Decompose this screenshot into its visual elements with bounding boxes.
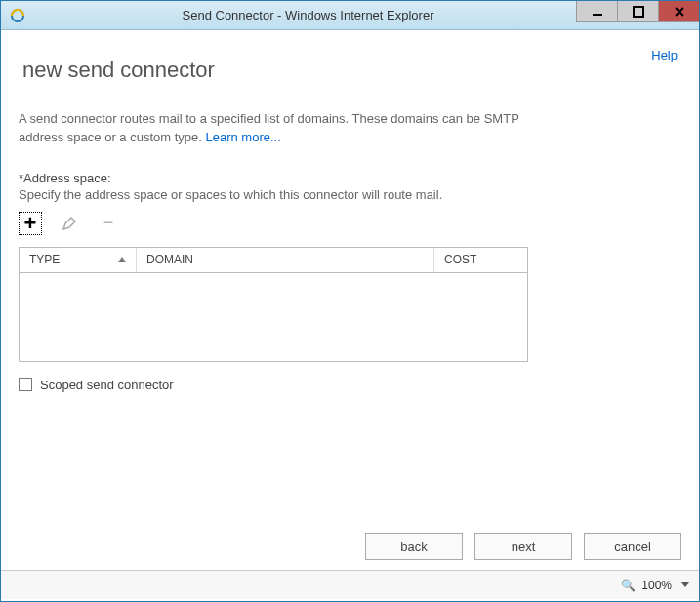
ie-icon [9,7,26,24]
pencil-icon [62,216,77,231]
address-space-help: Specify the address space or spaces to w… [19,187,681,202]
titlebar: Send Connector - Windows Internet Explor… [1,1,699,30]
svg-rect-1 [593,14,602,16]
window-controls [576,1,699,22]
table-header: TYPE DOMAIN COST [20,248,527,273]
address-space-table: TYPE DOMAIN COST [19,247,528,362]
zoom-level[interactable]: 100% [641,579,672,592]
address-space-toolbar: + − [19,212,681,235]
maximize-button[interactable] [617,1,658,22]
plus-icon: + [24,213,37,234]
minimize-button[interactable] [576,1,617,22]
magnifier-icon[interactable]: 🔍 [621,579,636,592]
back-button[interactable]: back [365,533,463,560]
column-type[interactable]: TYPE [20,248,137,272]
remove-button[interactable]: − [97,212,120,235]
svg-line-3 [676,8,683,16]
intro-text: A send connector routes mail to a specif… [19,110,565,147]
svg-rect-2 [634,7,643,17]
help-link[interactable]: Help [651,48,678,62]
edit-button[interactable] [58,212,81,235]
scoped-connector-checkbox[interactable] [19,378,32,391]
wizard-buttons: back next cancel [19,523,681,570]
scoped-connector-row: Scoped send connector [19,378,681,392]
close-button[interactable] [658,1,699,22]
column-type-label: TYPE [29,253,60,266]
cancel-button[interactable]: cancel [584,533,681,560]
table-body [20,273,527,361]
page-title: new send connector [22,58,681,83]
column-domain[interactable]: DOMAIN [137,248,434,272]
column-domain-label: DOMAIN [146,253,193,266]
column-cost-label: COST [444,253,476,266]
statusbar: 🔍 100% [1,570,699,599]
learn-more-link[interactable]: Learn more... [205,130,280,144]
column-cost[interactable]: COST [434,248,527,272]
content-area: Help new send connector A send connector… [1,30,699,570]
zoom-dropdown-icon[interactable] [681,582,689,587]
minus-icon: − [103,213,114,233]
add-button[interactable]: + [19,212,42,235]
scoped-connector-label: Scoped send connector [40,378,174,392]
next-button[interactable]: next [474,533,572,560]
sort-asc-icon [118,257,126,262]
svg-line-4 [676,8,683,16]
address-space-label: *Address space: [19,171,681,185]
